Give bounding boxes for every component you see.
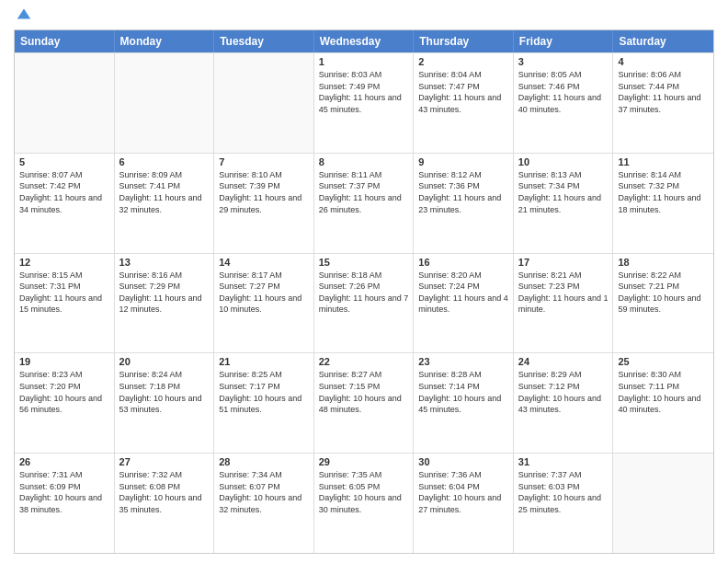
day-cell-23: 23Sunrise: 8:28 AM Sunset: 7:14 PM Dayli… (414, 353, 514, 453)
day-number: 20 (119, 356, 210, 367)
calendar-header: SundayMondayTuesdayWednesdayThursdayFrid… (15, 30, 713, 52)
empty-cell-0-2 (214, 53, 314, 153)
day-cell-29: 29Sunrise: 7:35 AM Sunset: 6:05 PM Dayli… (314, 454, 415, 553)
day-number: 6 (119, 156, 210, 167)
day-info: Sunrise: 8:03 AM Sunset: 7:49 PM Dayligh… (319, 69, 409, 115)
day-cell-19: 19Sunrise: 8:23 AM Sunset: 7:20 PM Dayli… (15, 353, 115, 453)
day-info: Sunrise: 8:17 AM Sunset: 7:27 PM Dayligh… (219, 270, 309, 316)
day-info: Sunrise: 8:11 AM Sunset: 7:37 PM Dayligh… (319, 169, 409, 215)
day-number: 1 (319, 56, 409, 67)
day-number: 16 (418, 257, 508, 268)
day-cell-28: 28Sunrise: 7:34 AM Sunset: 6:07 PM Dayli… (214, 454, 314, 553)
day-number: 3 (518, 56, 609, 67)
day-cell-27: 27Sunrise: 7:32 AM Sunset: 6:08 PM Dayli… (115, 454, 215, 553)
day-cell-15: 15Sunrise: 8:18 AM Sunset: 7:26 PM Dayli… (314, 254, 415, 353)
day-info: Sunrise: 7:32 AM Sunset: 6:08 PM Dayligh… (119, 469, 210, 515)
day-cell-6: 6Sunrise: 8:09 AM Sunset: 7:41 PM Daylig… (115, 154, 215, 253)
day-info: Sunrise: 8:06 AM Sunset: 7:44 PM Dayligh… (618, 69, 709, 115)
logo-icon (16, 6, 32, 22)
day-cell-16: 16Sunrise: 8:20 AM Sunset: 7:24 PM Dayli… (414, 254, 514, 353)
day-cell-14: 14Sunrise: 8:17 AM Sunset: 7:27 PM Dayli… (214, 254, 314, 353)
day-info: Sunrise: 8:25 AM Sunset: 7:17 PM Dayligh… (219, 369, 309, 415)
day-info: Sunrise: 8:28 AM Sunset: 7:14 PM Dayligh… (418, 369, 508, 415)
day-info: Sunrise: 8:14 AM Sunset: 7:32 PM Dayligh… (618, 169, 709, 215)
day-number: 5 (19, 156, 109, 167)
calendar-row-1: 5Sunrise: 8:07 AM Sunset: 7:42 PM Daylig… (15, 153, 713, 253)
day-number: 31 (518, 456, 609, 467)
day-cell-24: 24Sunrise: 8:29 AM Sunset: 7:12 PM Dayli… (514, 353, 614, 453)
day-info: Sunrise: 8:07 AM Sunset: 7:42 PM Dayligh… (19, 169, 109, 215)
day-cell-31: 31Sunrise: 7:37 AM Sunset: 6:03 PM Dayli… (514, 454, 614, 553)
day-info: Sunrise: 8:24 AM Sunset: 7:18 PM Dayligh… (119, 369, 210, 415)
day-cell-3: 3Sunrise: 8:05 AM Sunset: 7:46 PM Daylig… (514, 53, 614, 153)
day-info: Sunrise: 8:29 AM Sunset: 7:12 PM Dayligh… (518, 369, 609, 415)
logo (14, 9, 32, 22)
day-number: 25 (618, 356, 709, 367)
day-number: 14 (219, 257, 309, 268)
day-number: 24 (518, 356, 609, 367)
calendar-row-4: 26Sunrise: 7:31 AM Sunset: 6:09 PM Dayli… (15, 453, 713, 553)
day-cell-22: 22Sunrise: 8:27 AM Sunset: 7:15 PM Dayli… (314, 353, 415, 453)
day-number: 27 (119, 456, 210, 467)
day-info: Sunrise: 7:31 AM Sunset: 6:09 PM Dayligh… (19, 469, 109, 515)
day-cell-17: 17Sunrise: 8:21 AM Sunset: 7:23 PM Dayli… (514, 254, 614, 353)
day-cell-4: 4Sunrise: 8:06 AM Sunset: 7:44 PM Daylig… (613, 53, 713, 153)
weekday-header-sunday: Sunday (15, 30, 115, 52)
day-info: Sunrise: 8:18 AM Sunset: 7:26 PM Dayligh… (319, 270, 409, 316)
calendar: SundayMondayTuesdayWednesdayThursdayFrid… (14, 29, 714, 554)
day-cell-12: 12Sunrise: 8:15 AM Sunset: 7:31 PM Dayli… (15, 254, 115, 353)
calendar-row-2: 12Sunrise: 8:15 AM Sunset: 7:31 PM Dayli… (15, 253, 713, 353)
day-info: Sunrise: 8:20 AM Sunset: 7:24 PM Dayligh… (418, 270, 508, 316)
day-number: 10 (518, 156, 609, 167)
day-cell-20: 20Sunrise: 8:24 AM Sunset: 7:18 PM Dayli… (115, 353, 215, 453)
empty-cell-0-1 (115, 53, 215, 153)
header (14, 9, 714, 22)
day-number: 11 (618, 156, 709, 167)
day-info: Sunrise: 8:27 AM Sunset: 7:15 PM Dayligh… (319, 369, 409, 415)
day-number: 28 (219, 456, 309, 467)
day-info: Sunrise: 7:36 AM Sunset: 6:04 PM Dayligh… (418, 469, 508, 515)
day-cell-11: 11Sunrise: 8:14 AM Sunset: 7:32 PM Dayli… (613, 154, 713, 253)
day-cell-21: 21Sunrise: 8:25 AM Sunset: 7:17 PM Dayli… (214, 353, 314, 453)
day-info: Sunrise: 8:22 AM Sunset: 7:21 PM Dayligh… (618, 270, 709, 316)
day-number: 2 (418, 56, 508, 67)
day-number: 19 (19, 356, 109, 367)
day-number: 21 (219, 356, 309, 367)
day-info: Sunrise: 7:34 AM Sunset: 6:07 PM Dayligh… (219, 469, 309, 515)
day-cell-5: 5Sunrise: 8:07 AM Sunset: 7:42 PM Daylig… (15, 154, 115, 253)
day-info: Sunrise: 8:23 AM Sunset: 7:20 PM Dayligh… (19, 369, 109, 415)
day-cell-2: 2Sunrise: 8:04 AM Sunset: 7:47 PM Daylig… (414, 53, 514, 153)
weekday-header-saturday: Saturday (613, 30, 713, 52)
empty-cell-0-0 (15, 53, 115, 153)
day-number: 29 (319, 456, 409, 467)
day-number: 9 (418, 156, 508, 167)
page: SundayMondayTuesdayWednesdayThursdayFrid… (0, 0, 728, 563)
calendar-body: 1Sunrise: 8:03 AM Sunset: 7:49 PM Daylig… (15, 52, 713, 553)
day-cell-8: 8Sunrise: 8:11 AM Sunset: 7:37 PM Daylig… (314, 154, 415, 253)
day-cell-30: 30Sunrise: 7:36 AM Sunset: 6:04 PM Dayli… (414, 454, 514, 553)
empty-cell-4-6 (613, 454, 713, 553)
day-info: Sunrise: 7:37 AM Sunset: 6:03 PM Dayligh… (518, 469, 609, 515)
day-info: Sunrise: 8:12 AM Sunset: 7:36 PM Dayligh… (418, 169, 508, 215)
day-info: Sunrise: 8:30 AM Sunset: 7:11 PM Dayligh… (618, 369, 709, 415)
day-info: Sunrise: 8:16 AM Sunset: 7:29 PM Dayligh… (119, 270, 210, 316)
day-number: 26 (19, 456, 109, 467)
weekday-header-wednesday: Wednesday (314, 30, 415, 52)
day-info: Sunrise: 8:09 AM Sunset: 7:41 PM Dayligh… (119, 169, 210, 215)
day-cell-7: 7Sunrise: 8:10 AM Sunset: 7:39 PM Daylig… (214, 154, 314, 253)
day-cell-1: 1Sunrise: 8:03 AM Sunset: 7:49 PM Daylig… (314, 53, 415, 153)
day-number: 23 (418, 356, 508, 367)
day-number: 12 (19, 257, 109, 268)
day-number: 18 (618, 257, 709, 268)
day-cell-9: 9Sunrise: 8:12 AM Sunset: 7:36 PM Daylig… (414, 154, 514, 253)
svg-marker-0 (17, 9, 30, 19)
day-info: Sunrise: 7:35 AM Sunset: 6:05 PM Dayligh… (319, 469, 409, 515)
day-info: Sunrise: 8:10 AM Sunset: 7:39 PM Dayligh… (219, 169, 309, 215)
day-number: 13 (119, 257, 210, 268)
weekday-header-monday: Monday (115, 30, 215, 52)
day-cell-10: 10Sunrise: 8:13 AM Sunset: 7:34 PM Dayli… (514, 154, 614, 253)
day-number: 7 (219, 156, 309, 167)
day-cell-26: 26Sunrise: 7:31 AM Sunset: 6:09 PM Dayli… (15, 454, 115, 553)
day-info: Sunrise: 8:13 AM Sunset: 7:34 PM Dayligh… (518, 169, 609, 215)
day-info: Sunrise: 8:21 AM Sunset: 7:23 PM Dayligh… (518, 270, 609, 316)
